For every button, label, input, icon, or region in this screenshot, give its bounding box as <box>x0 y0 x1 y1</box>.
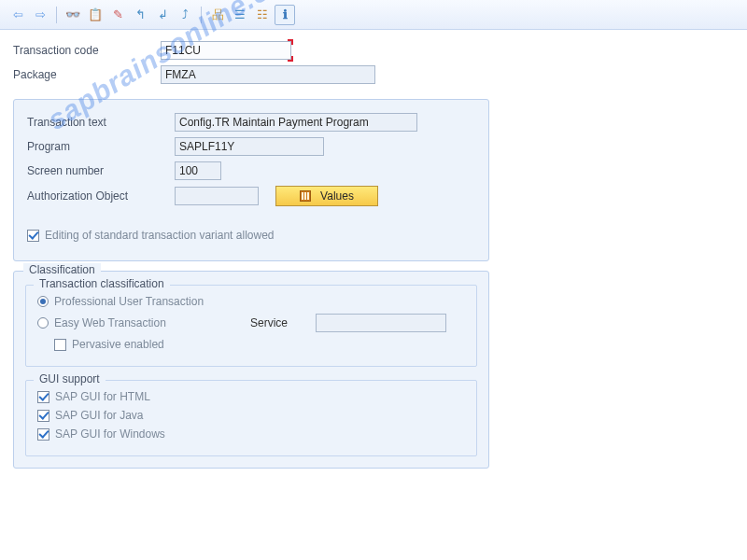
toolbar-separator <box>56 7 57 23</box>
pervasive-label: Pervasive enabled <box>72 338 164 351</box>
program-label: Program <box>27 140 175 153</box>
program-input <box>175 137 324 156</box>
required-marker-icon <box>288 56 293 62</box>
package-label: Package <box>13 68 161 81</box>
back-icon[interactable]: ⇦ <box>7 5 28 25</box>
where-used2-icon[interactable]: ↲ <box>152 5 173 25</box>
gui-html-label: SAP GUI for HTML <box>55 390 150 403</box>
auth-object-label: Authorization Object <box>27 189 175 203</box>
edit-variant-label: Editing of standard transaction variant … <box>45 229 274 242</box>
screen-number-input <box>175 161 221 180</box>
transaction-text-input <box>175 113 417 132</box>
gui-support-title: GUI support <box>34 372 106 385</box>
gui-java-checkbox[interactable] <box>37 410 49 422</box>
auth-object-input <box>175 187 259 205</box>
tcode-input[interactable] <box>161 41 291 60</box>
where-used-icon[interactable]: ↰ <box>130 5 150 25</box>
hierarchy-icon[interactable]: 品 <box>207 5 228 25</box>
sap-window: ⇦ ⇨ 👓 📋 ✎ ↰ ↲ ⤴ 品 ☰ ☷ ℹ Transaction code… <box>0 0 747 560</box>
table-icon <box>300 190 311 202</box>
easy-web-label: Easy Web Transaction <box>54 316 250 329</box>
pervasive-checkbox[interactable] <box>54 339 66 351</box>
professional-user-label: Professional User Transaction <box>54 295 204 308</box>
details-panel: Transaction text Program Screen number A… <box>13 99 489 261</box>
package-input <box>161 65 375 84</box>
forward-icon[interactable]: ⇨ <box>30 5 50 25</box>
align-icon[interactable]: ☰ <box>230 5 250 25</box>
transaction-text-label: Transaction text <box>27 116 175 129</box>
grid-icon[interactable]: ☷ <box>252 5 273 25</box>
professional-user-radio[interactable] <box>37 296 49 307</box>
transaction-classification-title: Transaction classification <box>34 277 170 290</box>
edit-icon[interactable]: ✎ <box>107 5 128 25</box>
screen-number-label: Screen number <box>27 164 175 177</box>
required-marker-icon <box>288 39 293 45</box>
gui-java-label: SAP GUI for Java <box>55 409 143 422</box>
edit-variant-checkbox[interactable] <box>27 230 39 242</box>
gui-support-group: GUI support SAP GUI for HTML SAP GUI for… <box>25 380 477 456</box>
service-input <box>316 314 446 332</box>
transaction-classification-group: Transaction classification Professional … <box>25 285 477 367</box>
export-icon[interactable]: ⤴ <box>175 5 195 25</box>
clipboard-icon[interactable]: 📋 <box>85 5 106 25</box>
service-label: Service <box>250 316 316 329</box>
content-area: Transaction code Package Transaction tex… <box>0 30 747 480</box>
toolbar: ⇦ ⇨ 👓 📋 ✎ ↰ ↲ ⤴ 品 ☰ ☷ ℹ <box>0 0 747 30</box>
values-button[interactable]: Values <box>275 186 378 206</box>
gui-html-checkbox[interactable] <box>37 391 49 403</box>
tcode-label: Transaction code <box>13 44 161 57</box>
easy-web-radio[interactable] <box>37 317 49 329</box>
values-button-label: Values <box>320 189 354 203</box>
classification-group: Classification Transaction classificatio… <box>13 271 489 469</box>
gui-windows-label: SAP GUI for Windows <box>55 427 165 441</box>
display-icon[interactable]: 👓 <box>63 5 83 25</box>
toolbar-separator <box>201 7 202 23</box>
classification-title: Classification <box>23 263 101 276</box>
info-icon[interactable]: ℹ <box>275 5 295 25</box>
gui-windows-checkbox[interactable] <box>37 428 49 441</box>
